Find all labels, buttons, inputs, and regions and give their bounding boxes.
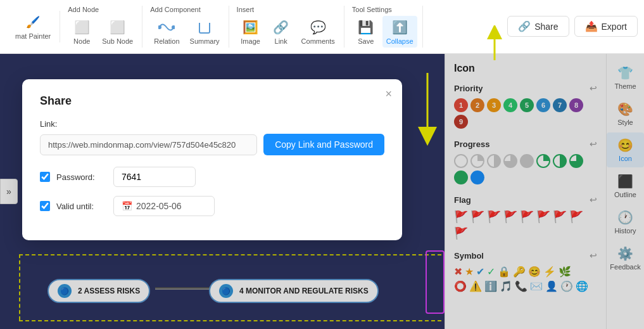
relation-button[interactable]: Relation — [150, 16, 183, 48]
sub-node-label: Sub Node — [102, 37, 133, 45]
image-button[interactable]: 🖼️ Image — [237, 16, 265, 48]
modal-overlay: Share × Link: Copy Link and Password Pas… — [0, 54, 644, 329]
link-button[interactable]: 🔗 Link — [267, 16, 295, 48]
toolbar-items-add-node: ⬜ Node ⬜ Sub Node — [68, 16, 137, 48]
comments-icon: 💬 — [309, 18, 327, 36]
modal-title: Share — [40, 94, 384, 108]
node-button[interactable]: ⬜ Node — [68, 16, 96, 48]
format-painter-icon: 🖌️ — [24, 13, 42, 31]
calendar-icon: 📅 — [122, 201, 132, 211]
sub-node-button[interactable]: ⬜ Sub Node — [98, 16, 137, 48]
add-node-group-label: Add Node — [68, 6, 99, 13]
add-component-group-label: Add Component — [150, 6, 201, 13]
toolbar-group-tool-settings: Tool Settings 💾 Save ⬆️ Collapse — [347, 6, 423, 48]
link-icon: 🔗 — [272, 18, 290, 36]
password-input[interactable] — [113, 167, 196, 187]
link-label: Link — [275, 37, 287, 45]
collapse-label: Collapse — [386, 37, 414, 45]
collapse-icon: ⬆️ — [391, 18, 408, 36]
toolbar-group-format: 🖌️ mat Painter — [6, 11, 60, 42]
export-label: Export — [602, 22, 627, 32]
save-button[interactable]: 💾 Save — [352, 16, 380, 48]
export-button[interactable]: 📤 Export — [574, 16, 638, 37]
password-row: Password: — [40, 167, 384, 187]
toolbar-items-insert: 🖼️ Image 🔗 Link 💬 Comments — [237, 16, 339, 48]
toolbar-items-add-component: Relation Summary — [150, 16, 223, 48]
save-icon: 💾 — [357, 18, 375, 36]
valid-until-label: Valid until: — [56, 202, 107, 211]
relation-label: Relation — [154, 37, 179, 45]
image-label: Image — [241, 37, 260, 45]
summary-label: Summary — [190, 37, 220, 45]
format-painter-label: mat Painter — [15, 32, 51, 40]
header-actions: 🔗 Share 📤 Export — [507, 16, 638, 37]
collapse-button[interactable]: ⬆️ Collapse — [382, 16, 417, 48]
tool-settings-group-label: Tool Settings — [352, 6, 392, 13]
date-value: 2022-05-06 — [136, 201, 182, 211]
comments-button[interactable]: 💬 Comments — [298, 16, 339, 48]
valid-until-row: Valid until: 📅 2022-05-06 — [40, 196, 384, 216]
share-modal: Share × Link: Copy Link and Password Pas… — [22, 79, 402, 240]
password-label: Password: — [56, 172, 107, 182]
toolbar-group-add-node: Add Node ⬜ Node ⬜ Sub Node — [63, 6, 142, 48]
format-painter-button[interactable]: 🖌️ mat Painter — [11, 11, 54, 42]
summary-icon — [196, 18, 213, 36]
share-button[interactable]: 🔗 Share — [507, 16, 569, 37]
relation-icon — [158, 18, 175, 36]
comments-label: Comments — [301, 37, 335, 45]
valid-until-checkbox[interactable] — [40, 201, 50, 211]
link-row: Copy Link and Password — [40, 134, 384, 155]
node-icon: ⬜ — [73, 18, 91, 36]
share-label: Share — [534, 22, 558, 32]
toolbar-items-tool-settings: 💾 Save ⬆️ Collapse — [352, 16, 417, 48]
toolbar-items-format: 🖌️ mat Painter — [11, 11, 54, 42]
modal-close-button[interactable]: × — [385, 88, 392, 100]
date-input[interactable]: 📅 2022-05-06 — [113, 196, 215, 216]
password-checkbox[interactable] — [40, 172, 50, 182]
canvas-area: » 🔵 2 ASSESS RISKS 🔵 4 MONITOR AND REGUL… — [0, 54, 644, 329]
link-label: Link: — [40, 119, 384, 129]
export-icon: 📤 — [585, 20, 598, 32]
sub-node-icon: ⬜ — [109, 18, 127, 36]
toolbar: 🖌️ mat Painter Add Node ⬜ Node ⬜ Sub Nod… — [0, 0, 644, 54]
save-label: Save — [358, 37, 374, 45]
insert-group-label: Insert — [237, 6, 255, 13]
copy-link-button[interactable]: Copy Link and Password — [263, 134, 384, 155]
node-label: Node — [73, 37, 90, 45]
link-input[interactable] — [40, 134, 257, 155]
summary-button[interactable]: Summary — [186, 16, 224, 48]
toolbar-group-insert: Insert 🖼️ Image 🔗 Link 💬 Comments — [232, 6, 344, 48]
share-icon: 🔗 — [518, 20, 531, 32]
image-icon: 🖼️ — [242, 18, 260, 36]
toolbar-group-add-component: Add Component Relation Summary — [145, 6, 229, 48]
